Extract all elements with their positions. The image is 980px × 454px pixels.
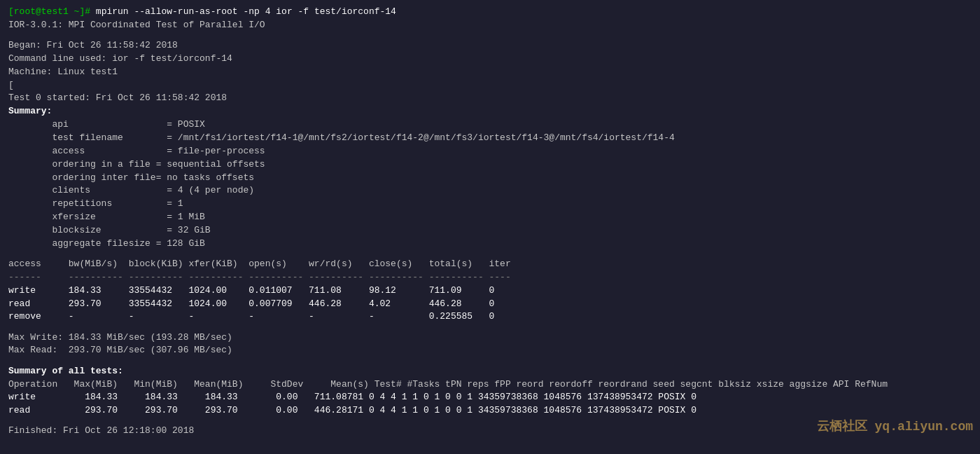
terminal-line-op-header: Operation Max(MiB) Min(MiB) Mean(MiB) St… — [8, 378, 972, 392]
watermark: 云栖社区 yq.aliyun.com — [817, 418, 973, 434]
terminal-line-ordering-file: ordering in a file = sequential offsets — [8, 158, 972, 172]
terminal-line-op-write: write 184.33 184.33 184.33 0.00 711.0878… — [8, 391, 972, 404]
terminal-line-blank3 — [8, 324, 972, 331]
terminal-line-max-read: Max Read: 293.70 MiB/sec (307.96 MB/sec) — [8, 344, 972, 357]
terminal-line-testfilename: test filename = /mnt/fs1/iortest/f14-1@/… — [8, 132, 972, 145]
terminal-line-bracket: [ — [8, 79, 972, 92]
terminal-line-machine: Machine: Linux test1 — [8, 66, 972, 79]
terminal-line-sum-all-label: Summary of all tests: — [8, 365, 972, 378]
terminal-line-summary-label: Summary: — [8, 105, 972, 118]
terminal-line-op-read: read 293.70 293.70 293.70 0.00 446.28171… — [8, 404, 972, 418]
terminal-line-repetitions: repetitions = 1 — [8, 198, 972, 211]
terminal-line-remove-row: remove - - - - - - 0.225585 0 — [8, 310, 972, 324]
terminal-line-ior-version: IOR-3.0.1: MPI Coordinated Test of Paral… — [8, 19, 972, 32]
terminal-line-api: api = POSIX — [8, 118, 972, 132]
terminal-window: [root@test1 ~]# mpirun --allow-run-as-ro… — [0, 0, 980, 454]
terminal-line-table-header: access bw(MiB/s) block(KiB) xfer(KiB) op… — [8, 258, 972, 271]
terminal-line-clients: clients = 4 (4 per node) — [8, 184, 972, 198]
terminal-line-blank4 — [8, 357, 972, 364]
terminal-line-test0: Test 0 started: Fri Oct 26 11:58:42 2018 — [8, 92, 972, 105]
terminal-line-read-row: read 293.70 33554432 1024.00 0.007709 44… — [8, 298, 972, 311]
terminal-line-ordering-inter: ordering inter file= no tasks offsets — [8, 172, 972, 185]
terminal-line-write-row: write 184.33 33554432 1024.00 0.011007 7… — [8, 284, 972, 298]
terminal-line-blank1 — [8, 32, 972, 39]
terminal-line-aggfilesize: aggregate filesize = 128 GiB — [8, 238, 972, 251]
terminal-line-began: Began: Fri Oct 26 11:58:42 2018 — [8, 39, 972, 53]
terminal-line-blank2 — [8, 251, 972, 258]
terminal-content: [root@test1 ~]# mpirun --allow-run-as-ro… — [8, 6, 972, 438]
terminal-line-table-dash: ------ ---------- ---------- ---------- … — [8, 271, 972, 284]
terminal-line-cmdline: Command line used: ior -f test/iorconf-1… — [8, 53, 972, 66]
terminal-line-xfersize: xfersize = 1 MiB — [8, 211, 972, 224]
terminal-line-max-write: Max Write: 184.33 MiB/sec (193.28 MB/sec… — [8, 331, 972, 345]
terminal-line-access: access = file-per-process — [8, 145, 972, 158]
terminal-line-cmd-line: [root@test1 ~]# mpirun --allow-run-as-ro… — [8, 6, 972, 19]
terminal-line-blocksize: blocksize = 32 GiB — [8, 224, 972, 238]
